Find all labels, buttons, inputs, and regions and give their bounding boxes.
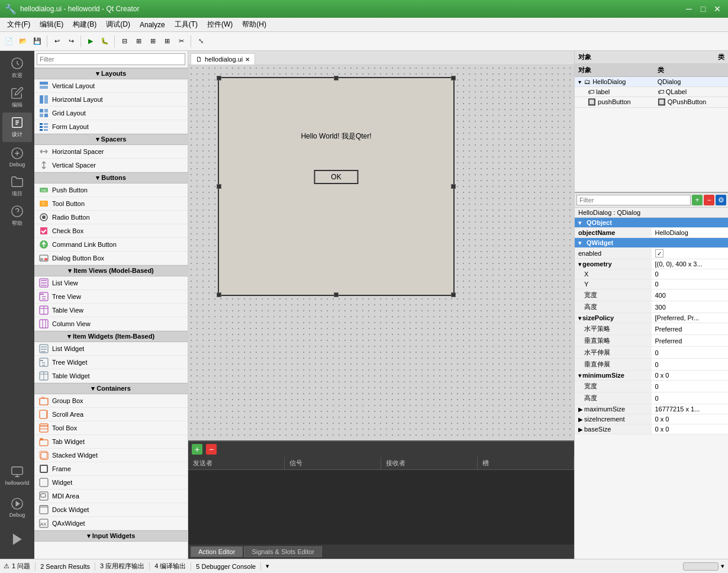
widget-dock-widget[interactable]: Dock Widget xyxy=(34,503,188,517)
table-row[interactable]: 🏷 label 🏷 QLabel xyxy=(575,87,728,97)
minimize-button[interactable]: ─ xyxy=(683,3,695,15)
status-app-output[interactable]: 3 应用程序输出 xyxy=(100,562,144,571)
widget-column-view[interactable]: Column View xyxy=(34,317,188,331)
signal-remove-button[interactable]: − xyxy=(206,444,217,455)
maximize-button[interactable]: □ xyxy=(697,3,709,15)
table-row[interactable]: ▾ QWidget xyxy=(575,238,728,248)
menu-widgets[interactable]: 控件(W) xyxy=(202,18,237,31)
widget-group-box[interactable]: Title Group Box xyxy=(34,394,188,408)
widget-scroll-area[interactable]: Scroll Area xyxy=(34,408,188,421)
sidebar-design[interactable]: 设计 xyxy=(2,112,32,142)
tab-action-editor[interactable]: Action Editor xyxy=(191,546,243,557)
tb-adjust-size[interactable]: ⤡ xyxy=(194,35,207,48)
sidebar-help[interactable]: 帮助 xyxy=(2,201,32,231)
props-filter-input[interactable] xyxy=(576,195,691,205)
dialog-widget[interactable]: Hello World! 我是Qter! OK xyxy=(218,77,455,296)
doc-tab-close[interactable]: ✕ xyxy=(245,56,250,63)
widget-radio-button[interactable]: Radio Button xyxy=(34,211,188,224)
status-dropdown[interactable]: ▾ xyxy=(266,562,269,570)
widget-push-button[interactable]: OK Push Button xyxy=(34,184,188,197)
sidebar-build[interactable] xyxy=(2,524,32,554)
section-qwidget[interactable]: ▾ QWidget xyxy=(575,238,728,248)
menu-analyze[interactable]: Analyze xyxy=(135,20,170,30)
handle-br[interactable] xyxy=(451,292,456,297)
widget-vertical-spacer[interactable]: Vertical Spacer xyxy=(34,159,188,172)
widget-list-widget[interactable]: List Widget xyxy=(34,342,188,356)
tb-break-layout[interactable]: ✂ xyxy=(175,35,188,48)
design-canvas[interactable]: Hello World! 我是Qter! OK xyxy=(188,65,574,440)
props-scroll[interactable]: ▾ QObject objectName HelloDialog ▾ xyxy=(575,218,728,559)
menu-tools[interactable]: 工具(T) xyxy=(170,18,202,31)
table-row[interactable]: ▾ QObject xyxy=(575,218,728,228)
close-button[interactable]: ✕ xyxy=(711,3,723,15)
tb-layout-h[interactable]: ⊟ xyxy=(118,35,131,48)
handle-tr[interactable] xyxy=(451,76,456,81)
widget-horizontal-layout[interactable]: Horizontal Layout xyxy=(34,93,188,107)
tb-redo[interactable]: ↪ xyxy=(65,35,78,48)
handle-mr[interactable] xyxy=(451,184,456,189)
widget-horizontal-spacer[interactable]: Horizontal Spacer xyxy=(34,145,188,159)
sidebar-edit[interactable]: 编辑 xyxy=(2,83,32,112)
widget-frame[interactable]: Frame xyxy=(34,462,188,476)
status-debugger[interactable]: 5 Debugger Console xyxy=(196,563,256,570)
widget-form-layout[interactable]: Form Layout xyxy=(34,120,188,134)
prop-val-hpolicy[interactable]: Preferred xyxy=(652,323,729,335)
menu-build[interactable]: 构建(B) xyxy=(68,18,101,31)
widget-stacked-widget[interactable]: Stacked Widget xyxy=(34,449,188,462)
prop-val-vstretch[interactable]: 0 xyxy=(652,359,729,371)
widget-command-link-button[interactable]: Command Link Button xyxy=(34,238,188,252)
table-row[interactable]: 🔲 pushButton 🔲 QPushButton xyxy=(575,97,728,108)
tb-save[interactable]: 💾 xyxy=(31,35,44,48)
sidebar-welcome[interactable]: 欢迎 xyxy=(2,53,32,83)
prop-val-width[interactable]: 400 xyxy=(652,289,729,301)
tb-debug-run[interactable]: 🐛 xyxy=(98,35,111,48)
widget-scroll[interactable]: ▾ Layouts Vertical Layout Horizontal Lay… xyxy=(34,68,188,559)
sidebar-projects[interactable]: 项目 xyxy=(2,172,32,201)
sidebar-debug-bottom[interactable]: Debug xyxy=(2,492,32,522)
widget-tool-button[interactable]: T Tool Button xyxy=(34,197,188,211)
props-add-btn[interactable]: + xyxy=(692,195,703,205)
handle-tm[interactable] xyxy=(334,76,339,81)
prop-val-x[interactable]: 0 xyxy=(652,269,729,279)
prop-val-y[interactable]: 0 xyxy=(652,279,729,289)
tab-signals-slots[interactable]: Signals & Slots Editor xyxy=(244,546,322,557)
status-search[interactable]: 2 Search Results xyxy=(40,563,90,570)
section-qobject[interactable]: ▾ QObject xyxy=(575,218,728,228)
widget-list-view[interactable]: List View xyxy=(34,276,188,290)
props-remove-btn[interactable]: − xyxy=(704,195,714,205)
menu-edit[interactable]: 编辑(E) xyxy=(35,18,68,31)
handle-bl[interactable] xyxy=(217,292,221,297)
widget-filter-input[interactable] xyxy=(37,53,185,65)
widget-table-widget[interactable]: Table Widget xyxy=(34,369,188,383)
sidebar-debug[interactable]: Debug xyxy=(2,142,32,172)
menu-file[interactable]: 文件(F) xyxy=(2,18,35,31)
tb-layout-g[interactable]: ⊞ xyxy=(146,35,159,48)
handle-tl[interactable] xyxy=(217,76,221,81)
obj-scroll[interactable]: 对象 类 ▾ 🗂 HelloDialog QDialog xyxy=(575,64,728,192)
sidebar-world-project[interactable]: helloworld xyxy=(2,461,32,490)
prop-val-objectname[interactable]: HelloDialog xyxy=(652,228,729,238)
widget-vertical-layout[interactable]: Vertical Layout xyxy=(34,79,188,93)
menu-debug[interactable]: 调试(D) xyxy=(101,18,135,31)
widget-tool-box[interactable]: Tool Box xyxy=(34,421,188,435)
widget-qax-widget[interactable]: AX QAxWidget xyxy=(34,517,188,530)
menu-help[interactable]: 帮助(H) xyxy=(237,18,271,31)
tb-new[interactable]: 📄 xyxy=(2,35,15,48)
widget-tab-widget[interactable]: Tab Widget xyxy=(34,435,188,449)
tb-undo[interactable]: ↩ xyxy=(50,35,63,48)
widget-dialog-button-box[interactable]: Dialog Button Box xyxy=(34,252,188,265)
tb-layout-f[interactable]: ⊞ xyxy=(160,35,173,48)
prop-val-minwidth[interactable]: 0 xyxy=(652,381,729,392)
widget-widget[interactable]: Widget xyxy=(34,476,188,490)
doc-tab-hellodialog[interactable]: 🗋 hellodialog.ui ✕ xyxy=(191,53,255,65)
widget-check-box[interactable]: Check Box xyxy=(34,224,188,238)
enabled-checkbox[interactable]: ✓ xyxy=(655,249,663,257)
widget-grid-layout[interactable]: Grid Layout xyxy=(34,107,188,120)
prop-val-vpolicy[interactable]: Preferred xyxy=(652,335,729,347)
handle-bm[interactable] xyxy=(334,292,339,297)
props-config-btn[interactable]: ⚙ xyxy=(716,195,726,205)
status-problems[interactable]: ⚠ 1 问题 xyxy=(4,562,30,571)
status-compile[interactable]: 4 编译输出 xyxy=(154,562,186,571)
prop-val-minheight[interactable]: 0 xyxy=(652,392,729,404)
dialog-ok-button[interactable]: OK xyxy=(314,170,359,184)
